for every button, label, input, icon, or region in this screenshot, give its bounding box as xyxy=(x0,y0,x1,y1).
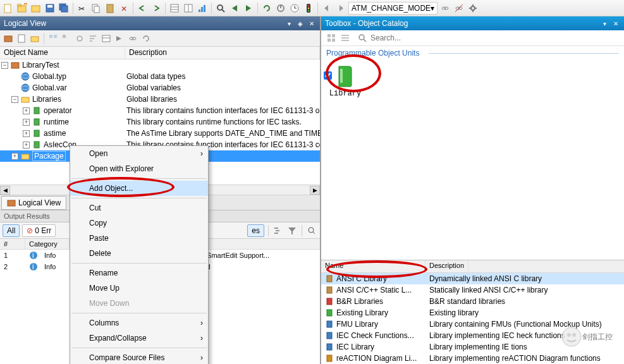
link1-icon[interactable] xyxy=(439,2,451,15)
new-project-icon[interactable]: ★ xyxy=(16,2,28,15)
tree-node-operator[interactable]: +operatorThis library contains function … xyxy=(0,105,320,116)
separator xyxy=(71,198,207,198)
panel-close-icon[interactable]: ✕ xyxy=(307,19,316,28)
tree-node-globaltyp[interactable]: Global.typGlobal data types xyxy=(0,71,320,82)
expand-icon[interactable]: + xyxy=(23,107,30,114)
list-item[interactable]: reACTION Diagram Li...Library implementi… xyxy=(321,353,624,364)
new-file-icon[interactable] xyxy=(2,2,15,15)
box-icon[interactable] xyxy=(3,33,14,44)
indent-icon[interactable] xyxy=(272,225,284,236)
open-folder-icon[interactable] xyxy=(30,2,42,15)
sort-icon[interactable] xyxy=(87,33,99,44)
list-icon[interactable] xyxy=(340,33,350,43)
svg-rect-83 xyxy=(332,39,335,42)
tree-node-astime[interactable]: +astimeThe AsTime Library supports DATE_… xyxy=(0,128,320,139)
panel-pin-icon[interactable]: ◈ xyxy=(296,19,305,28)
redo-icon[interactable] xyxy=(150,2,162,15)
reload-icon[interactable] xyxy=(140,33,152,44)
nav-fwd-icon[interactable] xyxy=(334,2,347,15)
props-icon[interactable] xyxy=(101,33,112,44)
ctx-delete[interactable]: Delete xyxy=(70,246,208,261)
tree-node-runtime[interactable]: +runtimeThis library contains runtime fu… xyxy=(0,116,320,128)
folder-sm-icon[interactable] xyxy=(29,33,40,44)
settings-icon[interactable] xyxy=(467,2,479,15)
delete-icon[interactable]: ✕ xyxy=(118,2,130,15)
clock-icon[interactable] xyxy=(288,2,301,15)
find-prev-icon[interactable] xyxy=(228,2,241,15)
filter3-icon[interactable] xyxy=(74,33,85,44)
library-checkbox[interactable] xyxy=(324,71,332,80)
ctx-compare[interactable]: Compare Source Files xyxy=(70,350,208,364)
panel-dropdown-icon[interactable]: ▾ xyxy=(284,19,293,28)
filter1-icon[interactable] xyxy=(47,33,59,44)
search-input[interactable] xyxy=(370,33,619,42)
traffic-light-icon[interactable] xyxy=(302,2,315,15)
catalog-item-library[interactable]: Library xyxy=(326,65,364,98)
chip-es[interactable]: es xyxy=(247,224,264,237)
panel-close-icon[interactable]: ✕ xyxy=(611,19,620,28)
svg-text:i: i xyxy=(32,251,34,260)
goto-icon[interactable] xyxy=(114,33,125,44)
col-desc[interactable]: Description xyxy=(425,260,468,272)
panel-dropdown-icon[interactable]: ▾ xyxy=(600,19,609,28)
chip-errors[interactable]: ⊘0 Err xyxy=(22,224,56,237)
list-item[interactable]: Existing LibraryExisting library xyxy=(321,307,624,318)
expand-icon[interactable]: + xyxy=(23,119,30,126)
power-icon[interactable] xyxy=(274,2,287,15)
ctx-expand-collapse[interactable]: Expand/Collapse xyxy=(70,331,208,346)
col-description[interactable]: Description xyxy=(125,47,320,59)
scroll-left-icon[interactable]: ◀ xyxy=(0,186,10,195)
link2-icon[interactable] xyxy=(453,2,465,15)
ctx-paste[interactable]: Paste xyxy=(70,231,208,246)
ctx-rename[interactable]: Rename xyxy=(70,265,208,281)
nav-back-icon[interactable] xyxy=(321,2,333,15)
svg-rect-67 xyxy=(34,142,39,148)
grid2-icon[interactable] xyxy=(182,2,195,15)
list-item[interactable]: ANSI C/C++ Static L...Statically linked … xyxy=(321,284,624,296)
filter-funnel-icon[interactable] xyxy=(286,225,298,236)
save-icon[interactable] xyxy=(44,2,56,15)
tree-node-libraries[interactable]: −LibrariesGlobal libraries xyxy=(0,94,320,105)
chart-icon[interactable] xyxy=(196,2,209,15)
ctx-open[interactable]: Open xyxy=(70,146,208,161)
tab-logical-view[interactable]: Logical View xyxy=(1,196,66,210)
save-all-icon[interactable] xyxy=(58,2,70,15)
col-object-name[interactable]: Object Name xyxy=(0,47,125,59)
filter2-icon[interactable] xyxy=(61,33,72,44)
ctx-move-up[interactable]: Move Up xyxy=(70,281,208,296)
grid1-icon[interactable] xyxy=(168,2,181,15)
refresh-icon[interactable] xyxy=(260,2,273,15)
cut-icon[interactable]: ✂ xyxy=(76,2,89,15)
find-icon[interactable] xyxy=(214,2,227,15)
chip-all[interactable]: All xyxy=(3,224,20,237)
search-sm-icon[interactable] xyxy=(306,225,317,236)
col-category[interactable]: Category xyxy=(25,239,70,249)
expand-icon[interactable]: + xyxy=(23,142,30,149)
undo-icon[interactable] xyxy=(136,2,149,15)
ctx-move-down: Move Down xyxy=(70,296,208,311)
link-sm-icon[interactable] xyxy=(127,33,138,44)
ctx-add-object[interactable]: Add Object... xyxy=(70,181,208,196)
list-item[interactable]: B&R LibrariesB&R standard libraries xyxy=(321,296,624,307)
book-green-icon xyxy=(32,106,42,116)
tree-root[interactable]: −LibraryTest xyxy=(0,59,320,71)
ctx-copy[interactable]: Copy xyxy=(70,215,208,231)
tree-node-globalvar[interactable]: Global.varGlobal variables xyxy=(0,82,320,94)
expand-icon[interactable]: + xyxy=(23,130,30,137)
mode-dropdown[interactable]: ATM_CHANGE_MODE▾ xyxy=(348,2,437,15)
scroll-right-icon[interactable]: ▶ xyxy=(310,186,320,195)
expand-icon[interactable]: + xyxy=(11,153,18,160)
paste-icon[interactable] xyxy=(104,2,116,15)
collapse-icon[interactable]: − xyxy=(1,62,8,69)
ctx-cut[interactable]: Cut xyxy=(70,200,208,215)
catalog-icon[interactable] xyxy=(326,33,336,43)
col-num[interactable]: # xyxy=(0,239,25,249)
find-next-icon[interactable] xyxy=(242,2,255,15)
copy-icon[interactable] xyxy=(90,2,102,15)
page-icon[interactable] xyxy=(16,33,27,44)
ctx-open-explorer[interactable]: Open with Explorer xyxy=(70,161,208,176)
ctx-columns[interactable]: Columns xyxy=(70,315,208,331)
list-item[interactable]: ANSI C LibraryDynamically linked ANSI C … xyxy=(321,273,624,284)
collapse-icon[interactable]: − xyxy=(11,96,18,103)
col-name[interactable]: Name xyxy=(321,260,425,272)
